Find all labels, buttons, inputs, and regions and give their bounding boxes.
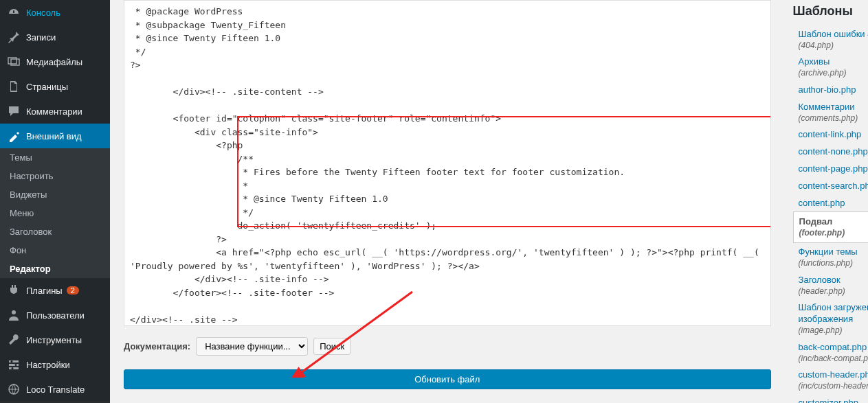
loco-icon [7,382,21,396]
menu-appearance[interactable]: Внешний вид [0,124,110,148]
svg-point-0 [12,310,16,314]
pages-icon [7,80,21,93]
template-item[interactable]: Архивы(archive.php) [793,53,868,80]
pin-icon [7,30,21,44]
code-editor[interactable]: * @package WordPress * @subpackage Twent… [124,0,771,326]
users-icon [7,308,21,322]
menu-label: Loco Translate [26,384,85,395]
media-icon [7,55,21,69]
svg-point-4 [11,360,13,362]
search-button[interactable]: Поиск [313,338,350,355]
code-content: * @package WordPress * @subpackage Twent… [130,6,765,326]
svg-rect-1 [9,360,19,362]
menu-settings[interactable]: Настройки [0,352,110,377]
appearance-icon [7,129,21,143]
menu-label: Внешний вид [26,131,82,141]
submenu-themes[interactable]: Темы [0,148,110,167]
template-item[interactable]: Заголовок(header.php) [793,271,868,299]
main-content: * @package WordPress * @subpackage Twent… [110,0,785,403]
menu-loco[interactable]: Loco Translate [0,377,110,402]
menu-posts[interactable]: Записи [0,25,110,49]
template-item[interactable]: Комментарии(comments.php) [793,98,868,126]
svg-point-5 [15,364,17,366]
update-file-button[interactable]: Обновить файл [124,369,771,389]
menu-label: Плагины [26,286,63,296]
function-select[interactable]: Название функции... [196,337,308,356]
submenu-widgets[interactable]: Виджеты [0,185,110,204]
template-item[interactable]: Шаблон ошибки 404(404.php) [793,25,868,53]
menu-label: Инструменты [26,335,82,345]
submenu-header[interactable]: Заголовок [0,222,110,241]
settings-icon [7,358,21,371]
dashboard-icon [7,5,21,19]
template-item[interactable]: back-compat.php(inc/back-compat.php) [793,338,868,366]
menu-media[interactable]: Медиафайлы [0,49,110,74]
templates-list: Шаблон ошибки 404(404.php) Архивы(archiv… [793,25,868,403]
menu-label: Консоль [26,8,60,18]
menu-tools[interactable]: Инструменты [0,327,110,352]
menu-users[interactable]: Пользователи [0,303,110,327]
templates-panel: Шаблоны Шаблон ошибки 404(404.php) Архив… [785,0,868,403]
menu-label: Настройки [26,360,70,370]
template-item[interactable]: Функции темы(functions.php) [793,243,868,270]
template-item[interactable]: content.php [793,194,868,211]
admin-sidebar: Консоль Записи Медиафайлы Страницы Комме… [0,0,110,403]
menu-label: Комментарии [26,106,82,117]
template-item[interactable]: Шаблон загруженного изображения(image.ph… [793,299,868,338]
template-item[interactable]: content-search.php [793,177,868,194]
menu-plugins[interactable]: Плагины2 [0,278,110,303]
template-item-selected[interactable]: Подвал(footer.php) [793,211,868,243]
templates-heading: Шаблоны [793,4,868,19]
submenu-editor[interactable]: Редактор [0,260,110,278]
template-item[interactable]: customizer.php [793,394,868,403]
menu-label: Страницы [26,82,68,92]
comments-icon [7,104,21,118]
submenu-customize[interactable]: Настроить [0,167,110,185]
doc-row: Документация: Название функции... Поиск [124,337,771,356]
menu-comments[interactable]: Комментарии [0,99,110,124]
template-item[interactable]: content-link.php [793,126,868,143]
appearance-submenu: Темы Настроить Виджеты Меню Заголовок Фо… [0,148,110,278]
plugins-icon [7,284,21,297]
template-item[interactable]: custom-header.php(inc/custom-header.php) [793,366,868,393]
template-item[interactable]: content-page.php [793,160,868,177]
svg-rect-3 [9,367,19,369]
menu-dashboard[interactable]: Консоль [0,0,110,25]
svg-point-6 [12,367,14,369]
submenu-background[interactable]: Фон [0,241,110,260]
template-item[interactable]: author-bio.php [793,81,868,98]
template-item[interactable]: content-none.php [793,143,868,160]
menu-label: Записи [26,32,56,43]
menu-label: Пользователи [26,310,85,321]
menu-pages[interactable]: Страницы [0,74,110,99]
doc-label: Документация: [124,341,190,352]
submenu-menus[interactable]: Меню [0,204,110,222]
menu-label: Медиафайлы [26,57,82,67]
tools-icon [7,333,21,347]
plugins-badge: 2 [67,286,79,295]
svg-rect-2 [9,364,19,366]
